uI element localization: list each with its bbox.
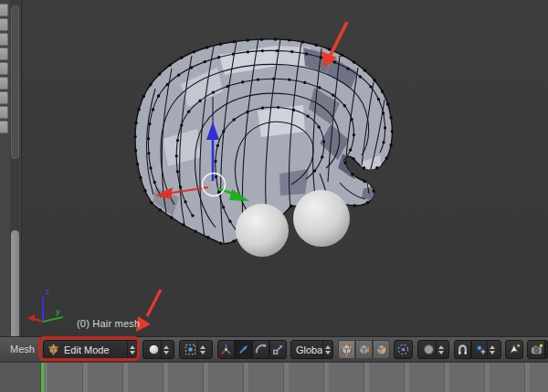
edge-select-button[interactable]: [355, 340, 373, 359]
tool-shelf-button[interactable]: [0, 33, 8, 46]
snap-align-rotation-icon: [508, 343, 522, 356]
proportional-edit-dropdown[interactable]: [417, 340, 449, 359]
occlude-geometry-icon: [396, 343, 410, 356]
orientation-dropdown-value: Global: [291, 344, 322, 355]
scale-box-icon: [271, 343, 285, 356]
snap-magnet-button[interactable]: [454, 340, 471, 359]
active-object-label: (0) Hair mesh: [77, 318, 140, 329]
translate-manipulator-button[interactable]: [235, 340, 252, 359]
tool-shelf-panel: [0, 0, 22, 336]
viewport-header: Mesh Edit Mode: [0, 336, 548, 362]
snap-element-icon: [475, 344, 487, 355]
tool-shelf-button[interactable]: [0, 106, 8, 119]
edit-mode-cube-icon: [47, 344, 59, 355]
timeline-current-frame-marker[interactable]: [41, 363, 44, 392]
occlude-geometry-button[interactable]: [394, 340, 413, 359]
pivot-point-icon: [184, 343, 197, 356]
timeline-strip[interactable]: [0, 363, 548, 392]
snap-align-rotation-button[interactable]: [505, 340, 523, 359]
edge-select-cube-icon: [357, 343, 371, 356]
opengl-render-camera-icon: [530, 343, 543, 356]
tool-shelf-button[interactable]: [0, 48, 8, 60]
proportional-dropdown-arrows: [436, 341, 446, 358]
tool-shelf-button[interactable]: [0, 91, 8, 104]
tool-shelf-button[interactable]: [0, 121, 8, 133]
snap-element-dropdown-arrows: [487, 341, 497, 358]
mode-dropdown-value: Edit Mode: [59, 344, 127, 355]
opengl-render-anim-clapper-icon: [546, 343, 547, 356]
opengl-render-button[interactable]: [527, 340, 545, 359]
mode-dropdown-arrows: [127, 341, 137, 358]
proportional-edit-circle-icon: [422, 343, 436, 356]
tool-shelf-scrollbar-upper[interactable]: [11, 5, 19, 159]
vertex-select-button[interactable]: [338, 340, 355, 359]
pivot-dropdown[interactable]: [179, 340, 213, 359]
solid-shading-sphere-icon: [147, 343, 161, 356]
orientation-dropdown-arrows: [322, 341, 332, 358]
face-select-cube-icon: [374, 343, 388, 356]
mesh-menu[interactable]: Mesh: [10, 344, 35, 355]
orientation-dropdown[interactable]: Global: [290, 340, 333, 359]
tool-shelf-button[interactable]: [0, 77, 8, 90]
tool-shelf-scrollbar-lower[interactable]: [11, 230, 19, 340]
tool-shelf-button[interactable]: [0, 4, 8, 16]
manipulator-toggle-button[interactable]: [217, 340, 235, 359]
rotate-manipulator-button[interactable]: [252, 340, 269, 359]
tool-shelf-button[interactable]: [0, 18, 8, 31]
3d-viewport[interactable]: [23, 0, 548, 336]
rotate-arc-icon: [254, 343, 268, 356]
tool-shelf-button[interactable]: [0, 62, 8, 75]
vertex-select-cube-icon: [340, 343, 353, 356]
snap-magnet-icon: [456, 343, 469, 356]
snap-element-dropdown[interactable]: [471, 340, 501, 359]
shading-dropdown-arrows: [161, 341, 171, 358]
scale-manipulator-button[interactable]: [269, 340, 287, 359]
translate-arrow-icon: [237, 343, 250, 356]
manipulator-axes-icon: [219, 343, 233, 356]
face-select-button[interactable]: [373, 340, 390, 359]
shading-dropdown[interactable]: [142, 340, 174, 359]
mode-dropdown[interactable]: Edit Mode: [43, 340, 138, 359]
blender-window: (0) Hair mesh: [0, 0, 548, 392]
pivot-dropdown-arrows: [197, 341, 207, 358]
timeline-left-block: [0, 363, 41, 392]
